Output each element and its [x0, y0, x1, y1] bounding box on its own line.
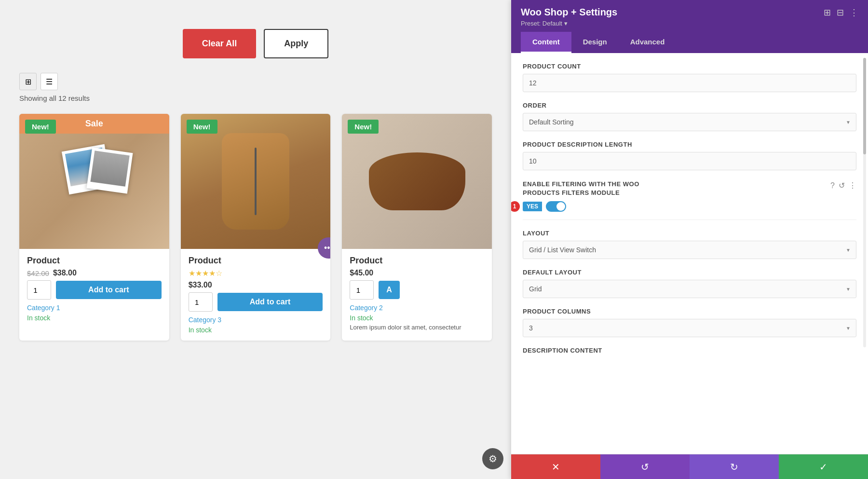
default-layout-label: Default Layout: [523, 269, 856, 276]
list-view-button[interactable]: ☰: [41, 73, 58, 90]
qty-input-1[interactable]: [27, 280, 51, 300]
description-content-group: Description Content: [523, 347, 856, 354]
product-card-3: New! Product $45.00 A Category 2 In stoc…: [342, 114, 492, 341]
price-new-1: $38.00: [53, 269, 77, 277]
add-to-cart-button-3[interactable]: A: [379, 281, 400, 299]
stock-status-1: In stock: [27, 314, 162, 322]
more-options-icon: •••: [324, 243, 330, 253]
category-link-3[interactable]: Category 2: [350, 304, 382, 312]
product-info-3: Product $45.00 A Category 2 In stock Lor…: [342, 249, 492, 338]
cancel-button[interactable]: ✕: [511, 454, 600, 479]
stock-status-2: In stock: [189, 326, 323, 334]
order-select-wrapper: Default Sorting Popularity Rating Latest…: [523, 113, 856, 131]
layout-label: Layout: [523, 230, 856, 237]
product-columns-label: Product columns: [523, 308, 856, 315]
product-info-2: Product ★★★★☆ $33.00 Add to cart Categor…: [181, 249, 331, 341]
product-description-length-label: Product Description Length: [523, 141, 856, 148]
order-group: Order Default Sorting Popularity Rating …: [523, 102, 856, 131]
product-img-wrapper-3: [342, 114, 492, 249]
panel-icons-row: ⊞ ⊟ ⋮: [824, 7, 858, 18]
settings-icon: ⚙: [488, 453, 497, 465]
product-card-2: New! Product ★★★★☆ $33.00 Add to cart Ca…: [181, 114, 331, 341]
product-count-input[interactable]: [523, 74, 856, 92]
panel-preset[interactable]: Preset: Default ▾: [521, 20, 858, 27]
tab-advanced[interactable]: Advanced: [619, 32, 677, 53]
list-icon: ☰: [46, 77, 53, 86]
cancel-icon: ✕: [552, 461, 560, 473]
reset-icon[interactable]: ↺: [839, 181, 845, 190]
product-description-length-group: Product Description Length: [523, 141, 856, 170]
confirm-button[interactable]: ✓: [779, 454, 868, 479]
leather-bag-decoration: [222, 133, 289, 230]
product-info-1: Product $42.00 $38.00 Add to cart Catego…: [19, 249, 169, 328]
order-select[interactable]: Default Sorting Popularity Rating Latest…: [523, 113, 856, 131]
new-badge-3: New!: [348, 120, 379, 134]
panel-header: Woo Shop + Settings ⊞ ⊟ ⋮ Preset: Defaul…: [511, 0, 868, 53]
scrollbar-track: [863, 58, 866, 347]
product-columns-select[interactable]: 3 2 4 5: [523, 319, 856, 337]
enable-filtering-group: Enable Filtering with the WooProducts Fi…: [523, 180, 856, 220]
add-to-cart-row-1: Add to cart: [27, 280, 162, 300]
product-img-wrapper-2: [181, 114, 331, 249]
panel-icon-more[interactable]: ⋮: [850, 7, 858, 18]
panel-body: Product Count Order Default Sorting Popu…: [511, 53, 868, 454]
add-to-cart-row-2: Add to cart: [189, 292, 323, 312]
enable-filtering-actions: ? ↺ ⋮: [830, 181, 856, 190]
product-desc-3: Lorem ipsum dolor sit amet, consectetur: [350, 324, 484, 331]
description-content-label: Description Content: [523, 347, 856, 354]
panel-icon-columns[interactable]: ⊟: [837, 7, 844, 18]
undo-icon: ↺: [641, 461, 649, 473]
view-toggle-row: ⊞ ☰: [19, 73, 58, 90]
default-layout-group: Default Layout Grid List: [523, 269, 856, 298]
toggle-yes-label: YES: [523, 202, 542, 211]
tab-design[interactable]: Design: [571, 32, 619, 53]
help-icon[interactable]: ?: [830, 181, 835, 190]
bag-zipper: [255, 148, 257, 215]
price-3: $45.00: [350, 269, 484, 277]
qty-input-3[interactable]: [350, 280, 374, 300]
settings-fab[interactable]: ⚙: [482, 448, 503, 469]
layout-select-wrapper: Grid / List View Switch Grid List: [523, 241, 856, 259]
star-rating-2: ★★★★☆: [189, 269, 323, 278]
enable-filtering-toggle[interactable]: [546, 201, 566, 212]
default-layout-select[interactable]: Grid List: [523, 280, 856, 298]
enable-filtering-label: Enable Filtering with the WooProducts Fi…: [523, 180, 830, 197]
qty-input-2[interactable]: [189, 292, 213, 312]
enable-filtering-text: Enable Filtering with the WooProducts Fi…: [523, 180, 830, 212]
add-to-cart-button-2[interactable]: Add to cart: [217, 293, 323, 311]
polaroid-2: [87, 147, 133, 193]
product-image-3: New!: [342, 114, 492, 249]
add-to-cart-row-3: A: [350, 280, 484, 300]
product-count-group: Product Count: [523, 63, 856, 92]
main-content: Clear All Apply ⊞ ☰ Showing all 12 resul…: [0, 0, 511, 479]
grid-view-button[interactable]: ⊞: [19, 73, 37, 90]
redo-button[interactable]: ↻: [690, 454, 779, 479]
toggle-knob: [556, 202, 565, 211]
grid-icon: ⊞: [25, 77, 31, 86]
layout-select[interactable]: Grid / List View Switch Grid List: [523, 241, 856, 259]
scrollbar-thumb[interactable]: [863, 58, 866, 154]
notification-badge: 1: [511, 201, 520, 212]
product-name-3: Product: [350, 256, 484, 266]
more-icon[interactable]: ⋮: [849, 181, 856, 190]
category-link-1[interactable]: Category 1: [27, 304, 60, 312]
product-name-2: Product: [189, 256, 323, 266]
product-columns-group: Product columns 3 2 4 5: [523, 308, 856, 337]
product-columns-select-wrapper: 3 2 4 5: [523, 319, 856, 337]
category-link-2[interactable]: Category 3: [189, 316, 221, 324]
order-label: Order: [523, 102, 856, 109]
add-to-cart-button-1[interactable]: Add to cart: [56, 281, 162, 299]
clear-all-button[interactable]: Clear All: [183, 29, 256, 58]
price-old-1: $42.00: [27, 269, 49, 277]
product-name-1: Product: [27, 256, 162, 266]
product-description-length-input[interactable]: [523, 152, 856, 170]
new-badge-1: New!: [25, 120, 56, 134]
panel-title: Woo Shop + Settings: [521, 7, 617, 18]
panel-icon-grid[interactable]: ⊞: [824, 7, 831, 18]
product-card-1: Sale New! Product $42.00: [19, 114, 169, 341]
price-2: $33.00: [189, 281, 323, 289]
tab-content[interactable]: Content: [521, 32, 571, 53]
apply-button[interactable]: Apply: [264, 29, 328, 58]
product-img-wrapper-1: [19, 114, 169, 249]
undo-button[interactable]: ↺: [600, 454, 690, 479]
